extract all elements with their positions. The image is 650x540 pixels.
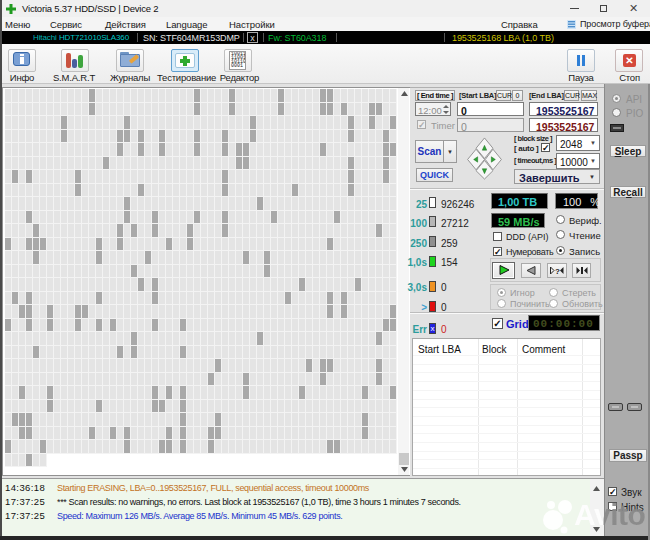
- svg-text:?: ?: [555, 267, 560, 276]
